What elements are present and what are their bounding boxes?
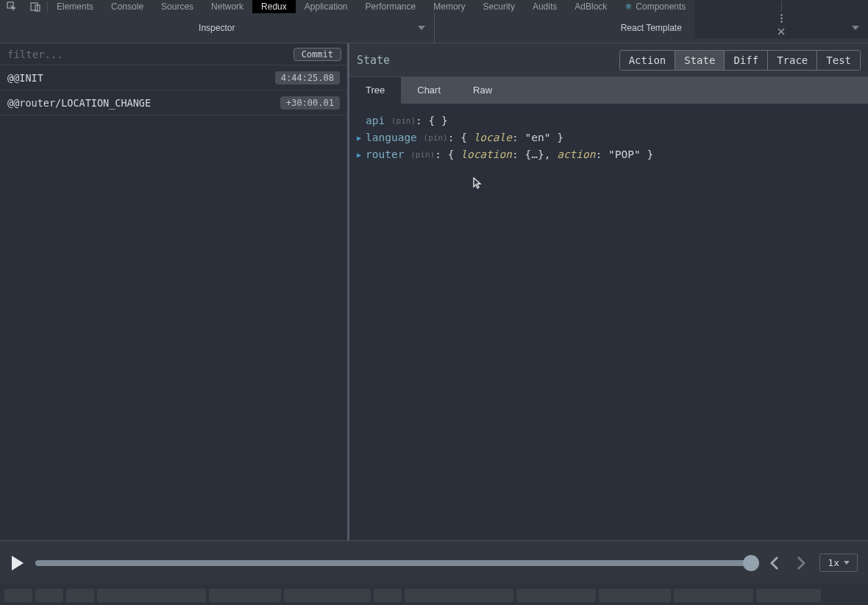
tree-value: "POP" bbox=[608, 146, 641, 163]
toolbar-stub[interactable] bbox=[4, 589, 32, 602]
seg-test[interactable]: Test bbox=[817, 51, 860, 70]
subtab-chart[interactable]: Chart bbox=[401, 77, 457, 104]
tab-elements[interactable]: Elements bbox=[48, 0, 102, 13]
tab-console[interactable]: Console bbox=[102, 0, 152, 13]
step-back-button[interactable] bbox=[766, 556, 783, 570]
action-time: 4:44:25.08 bbox=[275, 71, 340, 85]
toolbar-stub[interactable] bbox=[405, 589, 513, 602]
state-tree: api (pin) : { } ▶ language (pin) : { loc… bbox=[349, 104, 868, 540]
playback-speed-value: 1x bbox=[828, 557, 839, 568]
toolbar-stub[interactable] bbox=[599, 589, 671, 602]
tab-memory[interactable]: Memory bbox=[424, 0, 474, 13]
subtab-tree[interactable]: Tree bbox=[349, 77, 401, 104]
tree-prop: location bbox=[460, 146, 512, 163]
expand-icon[interactable]: ▶ bbox=[357, 146, 366, 163]
play-button[interactable] bbox=[10, 555, 25, 571]
toolbar-stub[interactable] bbox=[97, 589, 206, 602]
action-name: @@INIT bbox=[7, 72, 43, 84]
svg-rect-1 bbox=[31, 3, 38, 10]
toolbar-stub[interactable] bbox=[35, 589, 63, 602]
separator bbox=[781, 1, 782, 12]
tree-value: "en" bbox=[524, 129, 550, 146]
action-row[interactable]: @@router/LOCATION_CHANGE +30:00.01 bbox=[0, 90, 347, 115]
inspector-label: Inspector bbox=[199, 23, 235, 33]
tree-prop: action bbox=[557, 146, 595, 163]
toolbar-stub[interactable] bbox=[756, 589, 821, 602]
pin-label[interactable]: (pin) bbox=[391, 112, 416, 129]
chevron-down-icon bbox=[418, 26, 425, 30]
tree-key: api bbox=[366, 112, 385, 129]
tree-node-api[interactable]: api (pin) : { } bbox=[357, 112, 861, 129]
tab-components[interactable]: ⚛Components bbox=[616, 0, 694, 13]
seg-trace[interactable]: Trace bbox=[768, 51, 817, 70]
tab-audits[interactable]: Audits bbox=[524, 0, 566, 13]
timeline-slider[interactable] bbox=[35, 560, 756, 566]
action-time: +30:00.01 bbox=[280, 96, 340, 110]
tree-key: router bbox=[366, 146, 404, 163]
tab-adblock[interactable]: AdBlock bbox=[566, 0, 616, 13]
device-toggle-icon[interactable] bbox=[24, 0, 47, 13]
tab-performance[interactable]: Performance bbox=[357, 0, 425, 13]
toolbar-stub[interactable] bbox=[66, 589, 94, 602]
action-filter-input[interactable] bbox=[0, 43, 294, 65]
toolbar-stub[interactable] bbox=[209, 589, 281, 602]
toolbar-stub[interactable] bbox=[516, 589, 596, 602]
pin-label[interactable]: (pin) bbox=[410, 146, 435, 163]
tab-redux[interactable]: Redux bbox=[252, 0, 296, 13]
toolbar-stub[interactable] bbox=[674, 589, 753, 602]
inspector-dropdown[interactable]: Inspector bbox=[0, 13, 435, 43]
timeline-thumb[interactable] bbox=[743, 555, 759, 571]
tab-components-label: Components bbox=[636, 1, 686, 12]
tab-security[interactable]: Security bbox=[474, 0, 524, 13]
tree-value: { } bbox=[429, 112, 448, 129]
tree-node-language[interactable]: ▶ language (pin) : { locale : "en" } bbox=[357, 129, 861, 146]
view-mode-segments: Action State Diff Trace Test bbox=[619, 50, 861, 71]
action-name: @@router/LOCATION_CHANGE bbox=[7, 97, 151, 109]
tab-sources[interactable]: Sources bbox=[152, 0, 202, 13]
inspect-element-icon[interactable] bbox=[0, 0, 24, 13]
chevron-down-icon bbox=[844, 561, 850, 565]
seg-action[interactable]: Action bbox=[620, 51, 676, 70]
tree-node-router[interactable]: ▶ router (pin) : { location : {…} , acti… bbox=[357, 146, 861, 163]
action-row[interactable]: @@INIT 4:44:25.08 bbox=[0, 65, 347, 90]
commit-button[interactable]: Commit bbox=[294, 48, 341, 61]
panel-title: State bbox=[357, 54, 390, 67]
toolbar-stub[interactable] bbox=[374, 589, 402, 602]
cursor-icon bbox=[473, 177, 482, 189]
chevron-down-icon bbox=[852, 26, 859, 30]
toolbar-stub[interactable] bbox=[284, 589, 371, 602]
subtab-raw[interactable]: Raw bbox=[457, 77, 508, 104]
playback-speed-select[interactable]: 1x bbox=[819, 554, 858, 572]
tab-application[interactable]: Application bbox=[296, 0, 357, 13]
expand-icon[interactable]: ▶ bbox=[357, 129, 366, 146]
step-forward-button[interactable] bbox=[793, 556, 809, 570]
pin-label[interactable]: (pin) bbox=[424, 129, 448, 146]
instance-dropdown[interactable]: React Template bbox=[435, 13, 869, 43]
tree-key: language bbox=[366, 129, 417, 146]
instance-label: React Template bbox=[621, 23, 682, 33]
tree-value: {…} bbox=[524, 146, 544, 163]
tab-network[interactable]: Network bbox=[202, 0, 252, 13]
seg-state[interactable]: State bbox=[675, 51, 725, 70]
tree-prop: locale bbox=[474, 129, 512, 146]
bottom-toolbar bbox=[0, 584, 868, 605]
react-icon: ⚛ bbox=[625, 1, 633, 12]
seg-diff[interactable]: Diff bbox=[725, 51, 768, 70]
